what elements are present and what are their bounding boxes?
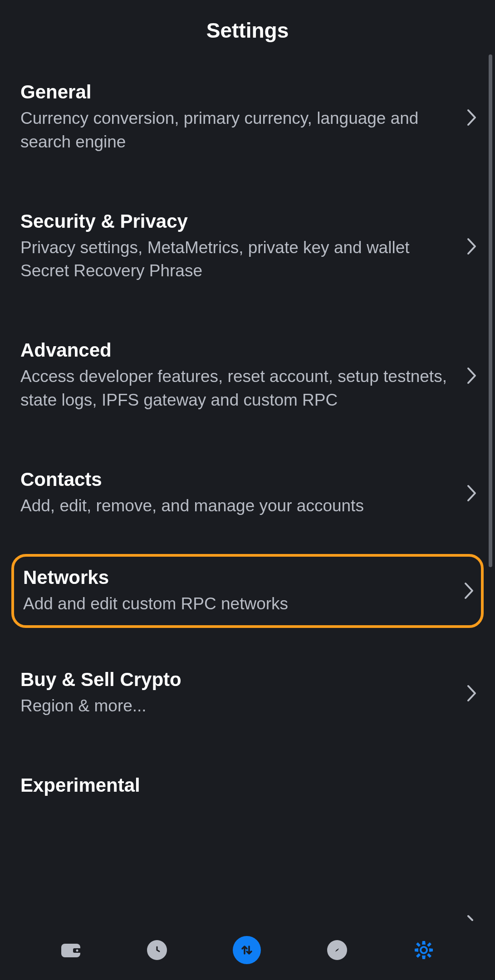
settings-item-security[interactable]: Security & Privacy Privacy settings, Met… xyxy=(20,195,484,299)
item-text: General Currency conversion, primary cur… xyxy=(20,81,467,154)
item-title: Buy & Sell Crypto xyxy=(20,669,453,691)
chevron-right-icon-partial xyxy=(467,915,477,921)
item-title: General xyxy=(20,81,453,103)
compass-icon xyxy=(327,940,347,960)
settings-item-buysell[interactable]: Buy & Sell Crypto Region & more... xyxy=(20,653,484,734)
item-text: Buy & Sell Crypto Region & more... xyxy=(20,669,467,718)
item-description: Region & more... xyxy=(20,694,453,718)
swap-icon xyxy=(233,936,261,964)
nav-wallet[interactable] xyxy=(60,941,81,959)
settings-item-advanced[interactable]: Advanced Access developer features, rese… xyxy=(20,323,484,428)
item-text: Experimental xyxy=(20,774,477,800)
chevron-right-icon xyxy=(467,685,477,702)
wallet-icon xyxy=(60,941,81,959)
chevron-right-icon xyxy=(464,582,474,599)
bottom-navigation xyxy=(0,925,495,980)
nav-browser[interactable] xyxy=(327,940,347,960)
svg-point-2 xyxy=(76,950,78,952)
settings-item-experimental[interactable]: Experimental xyxy=(20,759,484,816)
chevron-right-icon xyxy=(467,238,477,255)
item-description: Currency conversion, primary currency, l… xyxy=(20,107,453,154)
chevron-right-icon xyxy=(467,109,477,126)
item-title: Contacts xyxy=(20,469,453,490)
settings-item-networks[interactable]: Networks Add and edit custom RPC network… xyxy=(11,554,484,628)
chevron-right-icon xyxy=(467,367,477,384)
item-description: Add and edit custom RPC networks xyxy=(23,592,451,616)
item-title: Security & Privacy xyxy=(20,211,453,232)
page-title: Settings xyxy=(0,18,495,43)
settings-list: General Currency conversion, primary cur… xyxy=(0,65,495,925)
item-title: Networks xyxy=(23,567,451,588)
scrollbar[interactable] xyxy=(489,54,492,567)
item-description: Privacy settings, MetaMetrics, private k… xyxy=(20,236,453,283)
nav-settings[interactable] xyxy=(413,939,435,961)
nav-swap[interactable] xyxy=(233,936,261,964)
item-description: Access developer features, reset account… xyxy=(20,365,453,412)
clock-icon xyxy=(147,940,167,960)
item-text: Advanced Access developer features, rese… xyxy=(20,339,467,412)
item-title: Experimental xyxy=(20,774,463,796)
item-text: Security & Privacy Privacy settings, Met… xyxy=(20,211,467,283)
settings-item-general[interactable]: General Currency conversion, primary cur… xyxy=(20,65,484,170)
item-text: Contacts Add, edit, remove, and manage y… xyxy=(20,469,467,518)
settings-item-contacts[interactable]: Contacts Add, edit, remove, and manage y… xyxy=(20,453,484,534)
page-header: Settings xyxy=(0,0,495,65)
chevron-right-icon xyxy=(467,485,477,502)
nav-history[interactable] xyxy=(147,940,167,960)
item-text: Networks Add and edit custom RPC network… xyxy=(23,567,464,616)
gear-icon xyxy=(413,939,435,961)
item-title: Advanced xyxy=(20,339,453,361)
item-description: Add, edit, remove, and manage your accou… xyxy=(20,494,453,518)
